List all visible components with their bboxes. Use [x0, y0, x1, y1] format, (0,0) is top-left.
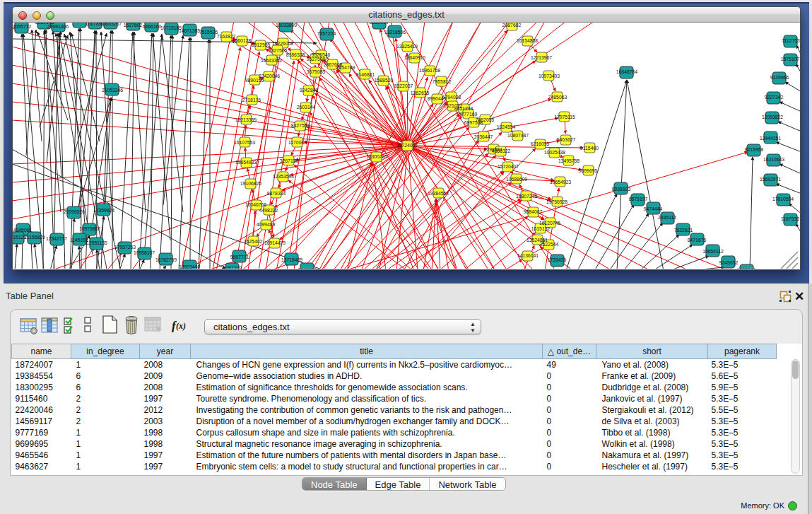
svg-text:9115460: 9115460	[580, 146, 599, 151]
svg-text:20206526: 20206526	[64, 209, 85, 214]
svg-text:4055712: 4055712	[13, 24, 31, 29]
svg-text:8454749: 8454749	[336, 65, 355, 70]
svg-text:8912955: 8912955	[252, 42, 271, 47]
svg-text:4099489: 4099489	[257, 222, 276, 227]
svg-text:16210643: 16210643	[763, 157, 784, 162]
svg-text:1292346: 1292346	[737, 267, 756, 269]
svg-text:8813054: 8813054	[370, 23, 389, 25]
svg-text:2036447: 2036447	[474, 134, 493, 139]
svg-text:2935114: 2935114	[658, 215, 676, 220]
svg-text:13495758: 13495758	[558, 158, 579, 163]
svg-text:1057203: 1057203	[223, 266, 242, 269]
svg-text:10975867: 10975867	[79, 226, 100, 231]
svg-text:19384554: 19384554	[428, 191, 449, 196]
svg-text:8878334: 8878334	[267, 191, 286, 196]
svg-text:7462055: 7462055	[476, 117, 495, 122]
svg-text:16782759: 16782759	[155, 257, 177, 262]
svg-text:18640910: 18640910	[404, 55, 425, 60]
svg-text:16033809: 16033809	[276, 23, 297, 28]
svg-text:10654112: 10654112	[702, 249, 724, 254]
svg-text:1362635: 1362635	[411, 90, 430, 95]
svg-text:9890156: 9890156	[245, 78, 264, 83]
svg-text:7632621: 7632621	[674, 228, 693, 233]
svg-text:9884067: 9884067	[524, 209, 543, 214]
svg-text:2603144: 2603144	[297, 105, 316, 110]
svg-text:19654923: 19654923	[550, 180, 571, 185]
svg-text:16120746: 16120746	[539, 221, 560, 226]
svg-text:18300295: 18300295	[366, 154, 387, 159]
svg-text:4498222: 4498222	[259, 208, 278, 213]
svg-text:10958107: 10958107	[134, 250, 155, 255]
svg-text:12213359: 12213359	[235, 117, 257, 122]
svg-text:19654933: 19654933	[235, 160, 257, 165]
svg-text:14671385: 14671385	[179, 28, 200, 33]
svg-text:8215958: 8215958	[745, 147, 764, 152]
svg-text:15692971: 15692971	[760, 177, 781, 182]
svg-text:1024554: 1024554	[497, 124, 516, 129]
svg-text:17957253: 17957253	[114, 245, 136, 250]
svg-text:1575107: 1575107	[781, 57, 800, 62]
svg-text:21053346: 21053346	[102, 88, 123, 93]
svg-text:6466160: 6466160	[143, 24, 162, 29]
svg-text:15226058: 15226058	[272, 41, 293, 46]
svg-text:2522544: 2522544	[540, 242, 559, 247]
svg-text:9527508: 9527508	[307, 57, 326, 62]
svg-text:12353594: 12353594	[273, 174, 294, 179]
svg-text:1527602: 1527602	[124, 23, 143, 28]
svg-text:1615132: 1615132	[531, 226, 551, 231]
svg-text:1733426: 1733426	[548, 257, 567, 262]
svg-text:8660128: 8660128	[233, 38, 252, 43]
svg-text:8322037: 8322037	[394, 83, 413, 88]
svg-text:7515526: 7515526	[199, 30, 218, 35]
svg-text:9146821: 9146821	[356, 72, 375, 77]
svg-text:21156829: 21156829	[24, 235, 45, 240]
svg-text:8427552: 8427552	[291, 123, 310, 128]
svg-text:12444151: 12444151	[760, 136, 781, 141]
svg-text:16543362: 16543362	[261, 58, 282, 63]
svg-text:10688609: 10688609	[506, 177, 527, 182]
svg-text:12093822: 12093822	[762, 115, 783, 119]
svg-text:9463627: 9463627	[557, 137, 576, 142]
svg-text:13718485: 13718485	[281, 257, 302, 262]
svg-text:16154838: 16154838	[517, 38, 538, 43]
svg-text:9699695: 9699695	[579, 168, 598, 173]
svg-text:1170042: 1170042	[288, 140, 307, 145]
svg-text:12213967: 12213967	[531, 55, 552, 60]
svg-text:9657771: 9657771	[230, 255, 249, 259]
svg-text:3267130: 3267130	[280, 158, 299, 163]
svg-text:7955812: 7955812	[433, 79, 452, 84]
svg-text:9474444: 9474444	[644, 206, 663, 211]
svg-text:6794028: 6794028	[442, 95, 461, 100]
svg-text:17810504: 17810504	[772, 197, 794, 201]
svg-text:1167533: 1167533	[781, 216, 799, 221]
svg-text:10973493: 10973493	[539, 74, 560, 78]
svg-text:9327505: 9327505	[269, 48, 288, 53]
svg-text:9227342: 9227342	[765, 95, 784, 100]
svg-text:13325419: 13325419	[396, 44, 418, 49]
svg-text:6679197: 6679197	[629, 197, 648, 201]
svg-text:9242848: 9242848	[300, 88, 319, 93]
svg-text:12923446: 12923446	[179, 264, 200, 269]
svg-text:17975115: 17975115	[554, 115, 575, 119]
svg-text:6216055: 6216055	[531, 141, 550, 146]
svg-text:2087682: 2087682	[502, 23, 522, 28]
svg-text:10025438: 10025438	[544, 150, 565, 155]
svg-text:1112753: 1112753	[782, 38, 800, 43]
svg-text:16961758: 16961758	[419, 68, 440, 73]
svg-text:10653287: 10653287	[100, 23, 122, 26]
svg-text:19106825: 19106825	[240, 181, 261, 186]
svg-text:10807487: 10807487	[507, 133, 529, 138]
svg-text:12342737: 12342737	[46, 236, 67, 241]
svg-text:17359924: 17359924	[93, 208, 114, 213]
svg-text:7357224: 7357224	[317, 31, 336, 36]
svg-text:16648784: 16648784	[616, 69, 637, 74]
svg-text:(x): (x)	[176, 321, 186, 331]
svg-text:4866322: 4866322	[492, 148, 511, 153]
svg-text:14136141: 14136141	[517, 253, 539, 258]
svg-text:8938923: 8938923	[612, 187, 631, 192]
svg-text:20691406: 20691406	[47, 24, 69, 29]
svg-text:13218506: 13218506	[384, 30, 406, 35]
svg-text:18807249: 18807249	[516, 194, 537, 199]
svg-text:9245033: 9245033	[298, 267, 317, 269]
svg-text:9129966: 9129966	[770, 75, 789, 80]
